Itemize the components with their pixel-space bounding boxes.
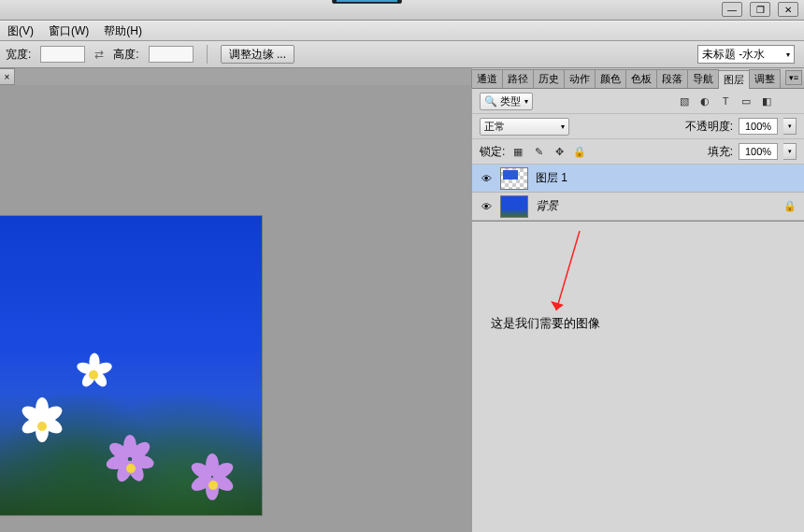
filter-smart-icon[interactable]: ◧ <box>759 93 774 108</box>
menu-help[interactable]: 帮助(H) <box>96 23 150 39</box>
width-input[interactable] <box>40 46 85 63</box>
chevron-down-icon: ▾ <box>786 50 790 59</box>
lock-label: 锁定: <box>480 144 505 160</box>
brand-strip <box>332 0 402 4</box>
tab-color[interactable]: 颜色 <box>595 69 626 88</box>
workspace: × <box>0 68 804 532</box>
document-name: 未标题 -水水 <box>702 47 765 63</box>
blend-mode-label: 正常 <box>484 120 505 134</box>
maximize-button[interactable]: ❐ <box>750 2 770 17</box>
layers-panel: 🔍 类型 ▾ ▧ ◐ T ▭ ◧ 正常 ▾ 不透明度: <box>472 89 804 222</box>
opacity-input[interactable]: 100% <box>739 118 778 135</box>
refine-edge-button[interactable]: 调整边缘 ... <box>221 45 294 64</box>
height-input[interactable] <box>149 46 194 63</box>
layer-thumbnail[interactable] <box>500 167 528 190</box>
link-icon[interactable]: ⇄ <box>94 48 104 61</box>
canvas-image <box>0 216 262 515</box>
layer-thumbnail[interactable] <box>500 195 528 218</box>
minimize-button[interactable]: — <box>722 2 742 17</box>
tab-history[interactable]: 历史 <box>533 69 565 88</box>
lock-all-icon[interactable]: 🔒 <box>572 144 587 159</box>
tab-actions[interactable]: 动作 <box>564 69 596 88</box>
brand-accent <box>337 0 397 2</box>
filter-adjust-icon[interactable]: ◐ <box>697 93 712 108</box>
filter-text-icon[interactable]: T <box>718 93 733 108</box>
layer-name[interactable]: 背景 <box>536 198 558 214</box>
visibility-toggle[interactable]: 👁 <box>480 200 493 213</box>
menu-window[interactable]: 窗口(W) <box>41 23 96 39</box>
separator <box>207 45 208 64</box>
layer-row[interactable]: 👁 背景 🔒 <box>472 193 804 221</box>
search-icon: 🔍 <box>484 95 497 108</box>
menu-view[interactable]: 图(V) <box>0 23 41 39</box>
tab-paragraph[interactable]: 段落 <box>656 69 688 88</box>
image-flower <box>75 356 112 394</box>
tab-swatches[interactable]: 色板 <box>625 69 657 88</box>
svg-line-0 <box>556 231 580 310</box>
chevron-down-icon: ▾ <box>524 97 528 106</box>
document-selector[interactable]: 未标题 -水水 ▾ <box>697 45 795 64</box>
layer-filter-row: 🔍 类型 ▾ ▧ ◐ T ▭ ◧ <box>472 89 804 114</box>
svg-marker-1 <box>551 301 564 310</box>
titlebar: — ❐ ✕ <box>0 0 804 21</box>
filter-pixel-icon[interactable]: ▧ <box>677 93 692 108</box>
annotation-arrow <box>547 231 594 324</box>
fill-stepper[interactable]: ▾ <box>783 143 797 160</box>
lock-position-icon[interactable]: ✥ <box>552 144 567 159</box>
opacity-label: 不透明度: <box>685 119 733 135</box>
menubar: 图(V) 窗口(W) 帮助(H) <box>0 21 804 41</box>
lock-icon: 🔒 <box>783 200 797 212</box>
close-button[interactable]: ✕ <box>778 2 798 17</box>
blend-mode-combo[interactable]: 正常 ▾ <box>480 118 569 136</box>
tab-layers[interactable]: 图层 <box>718 70 750 89</box>
lock-brush-icon[interactable]: ✎ <box>531 144 546 159</box>
layers-list: 👁 图层 1 👁 背景 🔒 <box>472 165 804 221</box>
annotation-area: 这是我们需要的图像 <box>472 222 804 532</box>
options-bar: 宽度: ⇄ 高度: 调整边缘 ... 未标题 -水水 ▾ <box>0 41 804 68</box>
panel-tabs: 通道 路径 历史 动作 颜色 色板 段落 导航 图层 调整 ▾≡ <box>472 68 804 89</box>
filter-type-combo[interactable]: 🔍 类型 ▾ <box>480 93 533 110</box>
blend-row: 正常 ▾ 不透明度: 100% ▾ <box>472 114 804 139</box>
canvas-area[interactable] <box>0 85 472 532</box>
window-controls: — ❐ ✕ <box>716 0 804 19</box>
opacity-stepper[interactable]: ▾ <box>783 118 797 135</box>
width-label: 宽度: <box>6 47 31 63</box>
height-label: 高度: <box>113 47 138 63</box>
lock-row: 锁定: ▦ ✎ ✥ 🔒 填充: 100% ▾ <box>472 139 804 165</box>
annotation-text: 这是我们需要的图像 <box>491 315 600 332</box>
doc-tab-close[interactable]: × <box>0 68 15 85</box>
filter-shape-icon[interactable]: ▭ <box>739 93 754 108</box>
chevron-down-icon: ▾ <box>561 122 565 131</box>
tab-channels[interactable]: 通道 <box>471 69 503 88</box>
fill-label: 填充: <box>708 144 733 160</box>
tab-navigator[interactable]: 导航 <box>687 69 719 88</box>
tab-paths[interactable]: 路径 <box>502 69 534 88</box>
visibility-toggle[interactable]: 👁 <box>480 172 493 185</box>
layer-name[interactable]: 图层 1 <box>536 170 567 186</box>
right-panels: 通道 路径 历史 动作 颜色 色板 段落 导航 图层 调整 ▾≡ 🔍 类型 ▾ … <box>472 68 804 532</box>
panel-menu-icon[interactable]: ▾≡ <box>785 70 802 85</box>
tab-adjustments[interactable]: 调整 <box>749 69 781 88</box>
image-flower <box>103 440 159 496</box>
image-flower <box>187 459 238 510</box>
lock-pixels-icon[interactable]: ▦ <box>510 144 525 159</box>
filter-type-label: 类型 <box>500 94 521 108</box>
fill-input[interactable]: 100% <box>739 143 778 160</box>
layer-row[interactable]: 👁 图层 1 <box>472 165 804 193</box>
image-flower <box>19 403 65 450</box>
